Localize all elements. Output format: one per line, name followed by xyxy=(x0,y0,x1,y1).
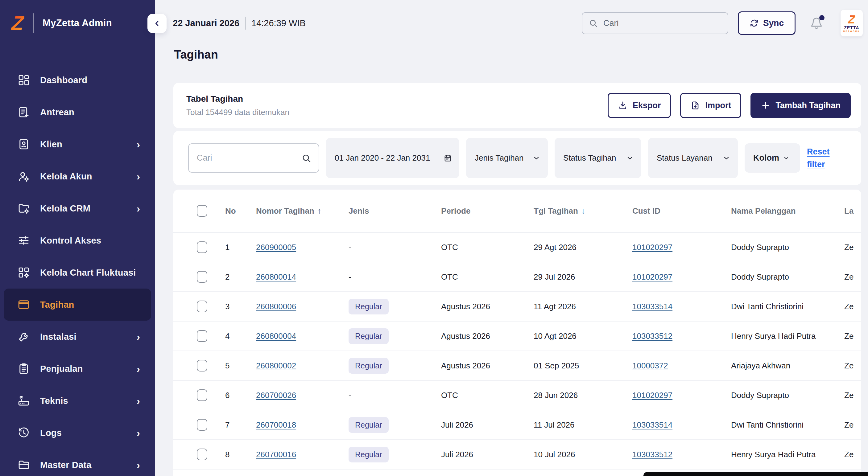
customer-id-link[interactable]: 10000372 xyxy=(632,361,668,371)
global-search-input[interactable] xyxy=(603,19,721,28)
column-header[interactable]: Tgl Tagihan ↓ xyxy=(534,206,632,216)
sidebar-item[interactable]: Master Data › xyxy=(4,449,151,476)
status-tagihan-label: Status Tagihan xyxy=(563,153,616,163)
row-checkbox[interactable] xyxy=(197,449,207,460)
invoice-number-link[interactable]: 260700026 xyxy=(256,391,296,400)
sidebar-item[interactable]: Logs › xyxy=(4,417,151,449)
row-checkbox[interactable] xyxy=(197,360,207,372)
sidebar-item[interactable]: Teknis › xyxy=(4,385,151,417)
chevron-right-icon: › xyxy=(137,171,140,182)
row-number: 5 xyxy=(225,361,256,371)
notification-dot xyxy=(819,15,825,20)
chevron-down-icon xyxy=(532,154,540,162)
import-label: Import xyxy=(705,101,731,110)
sync-button[interactable]: Sync xyxy=(738,11,796,35)
customer-id-link[interactable]: 103033512 xyxy=(632,331,673,341)
invoice-number-link[interactable]: 260700016 xyxy=(256,450,296,459)
column-header-label: Periode xyxy=(441,206,470,216)
calendar-icon xyxy=(444,154,452,162)
column-header[interactable]: La xyxy=(844,206,861,216)
status-tagihan-dropdown[interactable]: Status Tagihan xyxy=(555,138,641,178)
main-content: Tagihan Tabel Tagihan Total 154499 data … xyxy=(155,46,868,476)
sidebar-item[interactable]: Tagihan xyxy=(4,289,151,321)
sync-label: Sync xyxy=(763,18,784,28)
add-invoice-button[interactable]: Tambah Tagihan xyxy=(750,93,851,118)
sidebar-item-label: Kelola Akun xyxy=(40,171,92,182)
period-cell: Juli 2026 xyxy=(441,450,534,459)
chevron-right-icon: › xyxy=(137,427,140,438)
invoice-number-link[interactable]: 260700018 xyxy=(256,420,296,430)
sidebar-item[interactable]: Kelola Akun › xyxy=(4,160,151,192)
row-checkbox[interactable] xyxy=(197,242,207,253)
row-checkbox[interactable] xyxy=(197,419,207,431)
service-cell: Ze xyxy=(844,450,861,459)
chevron-right-icon: › xyxy=(137,139,140,150)
sidebar-item[interactable]: Dashboard xyxy=(4,64,151,96)
file-upload-icon xyxy=(690,100,700,110)
current-time: 14:26:39 WIB xyxy=(251,18,306,28)
invoice-number-link[interactable]: 260800006 xyxy=(256,302,296,311)
sidebar-item-label: Instalasi xyxy=(40,332,76,342)
column-header[interactable]: Periode xyxy=(441,206,534,216)
sidebar-item[interactable]: Kelola CRM › xyxy=(4,192,151,224)
status-layanan-dropdown[interactable]: Status Layanan xyxy=(648,138,738,178)
kolom-dropdown[interactable]: Kolom xyxy=(745,144,800,172)
table-row: 1 260900005 - OTC 29 Agt 2026 101020297 … xyxy=(173,233,861,262)
sidebar-item-label: Dashboard xyxy=(40,75,87,85)
chevron-down-icon xyxy=(722,154,731,162)
row-checkbox[interactable] xyxy=(197,300,207,312)
table-search-input[interactable] xyxy=(197,153,301,163)
sync-icon xyxy=(749,19,759,28)
customer-id-link[interactable]: 101020297 xyxy=(632,243,673,252)
service-cell: Ze xyxy=(844,331,861,341)
customer-id-link[interactable]: 101020297 xyxy=(632,272,673,282)
invoice-date-cell: 11 Agt 2026 xyxy=(534,302,632,311)
zetta-logo-text: ZETTA xyxy=(844,25,859,30)
invoice-date-cell: 28 Jun 2026 xyxy=(534,391,632,400)
column-header[interactable]: Nomor Tagihan ↑ xyxy=(256,206,348,216)
search-icon xyxy=(301,153,311,163)
row-checkbox[interactable] xyxy=(197,389,207,401)
invoice-date-cell: 10 Jul 2026 xyxy=(534,450,632,459)
zetta-network-logo[interactable]: Z ZETTA NETWORK xyxy=(841,10,863,36)
teknis-icon xyxy=(17,394,30,407)
row-checkbox[interactable] xyxy=(197,271,207,283)
import-button[interactable]: Import xyxy=(680,93,741,118)
invoice-date-cell: 01 Sep 2025 xyxy=(534,361,632,371)
download-icon xyxy=(618,100,628,110)
customer-id-link[interactable]: 101020297 xyxy=(632,391,673,400)
sidebar-item[interactable]: Klien › xyxy=(4,128,151,160)
invoice-number-link[interactable]: 260900005 xyxy=(256,243,296,252)
bottom-right-overlay xyxy=(644,472,868,476)
sidebar-item[interactable]: Kontrol Akses xyxy=(4,224,151,256)
select-all-checkbox[interactable] xyxy=(197,205,207,217)
period-cell: Agustus 2026 xyxy=(441,302,534,311)
column-header[interactable]: Cust ID xyxy=(632,206,731,216)
table-row: 6 260700026 - OTC 28 Jun 2026 101020297 … xyxy=(173,381,861,410)
invoice-date-cell: 29 Jul 2026 xyxy=(534,272,632,282)
sidebar-item[interactable]: Kelola Chart Fluktuasi xyxy=(4,256,151,289)
reset-filter-link[interactable]: Reset filter xyxy=(807,146,838,170)
sidebar-item[interactable]: Antrean xyxy=(4,96,151,128)
sidebar-collapse-button[interactable] xyxy=(148,14,166,33)
sidebar-item[interactable]: Penjualan › xyxy=(4,353,151,385)
customer-name-cell: Dwi Tanti Christiorini xyxy=(731,302,844,311)
column-header[interactable]: Jenis xyxy=(348,206,441,216)
customer-id-link[interactable]: 103033514 xyxy=(632,302,673,311)
table-actions: Ekspor Import Tambah Tagihan xyxy=(608,93,851,118)
customer-id-link[interactable]: 103033512 xyxy=(632,450,673,459)
zetta-logo-icon: Z xyxy=(11,13,25,33)
invoice-number-link[interactable]: 260800014 xyxy=(256,272,296,282)
notifications-button[interactable] xyxy=(810,16,823,31)
invoice-number-link[interactable]: 260800004 xyxy=(256,331,296,341)
customer-id-link[interactable]: 103033514 xyxy=(632,420,673,430)
invoice-number-link[interactable]: 260800002 xyxy=(256,361,296,371)
export-button[interactable]: Ekspor xyxy=(608,93,671,118)
jenis-tagihan-dropdown[interactable]: Jenis Tagihan xyxy=(466,138,548,178)
column-header[interactable]: No xyxy=(225,206,256,216)
date-range-filter[interactable]: 01 Jan 2020 - 22 Jan 2031 xyxy=(326,138,459,178)
row-checkbox[interactable] xyxy=(197,330,207,342)
sidebar-item[interactable]: Instalasi › xyxy=(4,321,151,353)
column-header[interactable]: Nama Pelanggan xyxy=(731,206,844,216)
invoice-date-cell: 11 Jul 2026 xyxy=(534,420,632,430)
